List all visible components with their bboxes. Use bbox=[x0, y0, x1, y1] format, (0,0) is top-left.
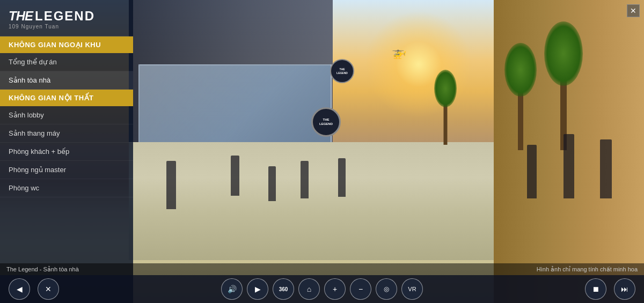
tree-right-3 bbox=[544, 21, 583, 150]
close-window-button[interactable]: ✕ bbox=[627, 4, 640, 17]
zoom-in-button[interactable]: + bbox=[324, 278, 346, 300]
legend-sign-building: THELEGEND bbox=[330, 59, 354, 83]
legend-sign-post: THE LEGEND bbox=[311, 107, 341, 137]
nav-item-sanh-thang-may[interactable]: Sảnh thang máy bbox=[0, 124, 133, 143]
person-silhouette bbox=[338, 158, 346, 197]
nav-category-outdoor[interactable]: KHÔNG GIAN NGOẠI KHU bbox=[0, 36, 133, 53]
sound-button[interactable]: 🔊 bbox=[221, 278, 243, 300]
home-button[interactable]: ⌂ bbox=[298, 278, 320, 300]
status-left-text: The Legend - Sảnh tòa nhà bbox=[6, 266, 79, 273]
person-silhouette bbox=[564, 134, 574, 198]
zoom-out-button[interactable]: − bbox=[350, 278, 371, 300]
person-silhouette bbox=[166, 161, 176, 209]
logo-the: THE bbox=[9, 10, 33, 23]
fullscreen-button[interactable]: ◎ bbox=[376, 278, 397, 300]
sidebar: THE LEGEND 109 Nguyen Tuan KHÔNG GIAN NG… bbox=[0, 0, 133, 303]
stop-button[interactable]: ⏹ bbox=[585, 278, 606, 300]
back-button[interactable]: ◀ bbox=[9, 278, 30, 300]
logo: THE LEGEND bbox=[9, 10, 125, 23]
nav-item-tong-the[interactable]: Tổng thể dự án bbox=[0, 53, 133, 71]
nav-item-phong-ngu[interactable]: Phòng ngủ master bbox=[0, 161, 133, 179]
skip-forward-button[interactable]: ⏭ bbox=[614, 278, 635, 300]
nav-item-sanh-lobby[interactable]: Sảnh lobby bbox=[0, 106, 133, 124]
nav-item-phong-wc[interactable]: Phòng wc bbox=[0, 179, 133, 197]
legend-sign-text: THE LEGEND bbox=[319, 118, 333, 127]
logo-area: THE LEGEND 109 Nguyen Tuan bbox=[0, 0, 133, 36]
vr-button[interactable]: VR bbox=[401, 278, 423, 300]
nav-category-interior[interactable]: KHÔNG GIAN NỘI THẤT bbox=[0, 90, 133, 106]
control-bar: ◀ ✕ 🔊 ▶ 360 ⌂ + − ◎ VR ⏹ ⏭ bbox=[0, 275, 644, 303]
status-bar: The Legend - Sảnh tòa nhà Hình ảnh chỉ m… bbox=[0, 263, 644, 275]
play-button[interactable]: ▶ bbox=[247, 278, 268, 300]
person-silhouette bbox=[268, 166, 276, 201]
helicopter-icon: 🚁 bbox=[392, 46, 406, 60]
logo-address: 109 Nguyen Tuan bbox=[9, 24, 125, 29]
logo-legend: LEGEND bbox=[35, 10, 95, 23]
right-controls-group: ⏹ ⏭ bbox=[583, 278, 638, 300]
person-silhouette bbox=[600, 139, 612, 198]
left-controls-group: ◀ ✕ bbox=[6, 278, 61, 300]
nav-item-phong-khach[interactable]: Phòng khách + bếp bbox=[0, 143, 133, 161]
360-button[interactable]: 360 bbox=[273, 278, 294, 300]
close-button[interactable]: ✕ bbox=[38, 278, 59, 300]
status-right-text: Hình ảnh chỉ mang tính chất minh hoa bbox=[537, 266, 638, 273]
nav-item-sanh-toa-nha[interactable]: Sảnh tòa nhà bbox=[0, 71, 133, 90]
tree-right bbox=[504, 43, 537, 150]
tree-right-2 bbox=[434, 70, 457, 145]
person-silhouette bbox=[301, 161, 309, 198]
legend-sign2-text: THELEGEND bbox=[336, 68, 348, 75]
person-silhouette bbox=[231, 156, 239, 196]
person-silhouette bbox=[527, 145, 537, 198]
